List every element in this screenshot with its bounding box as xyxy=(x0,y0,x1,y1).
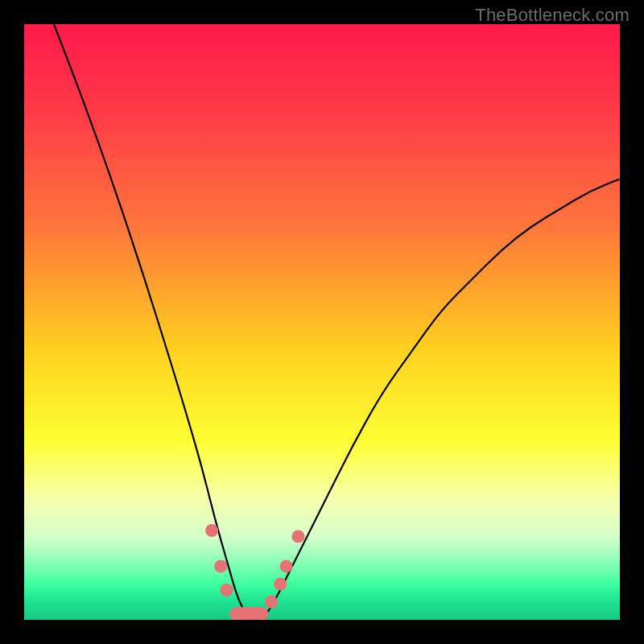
marker-dot xyxy=(280,559,293,572)
gradient-background xyxy=(24,24,620,620)
watermark-text: TheBottleneck.com xyxy=(475,5,630,26)
marker-pill xyxy=(229,607,268,620)
marker-dot xyxy=(274,578,287,591)
marker-dot xyxy=(214,559,227,572)
bottleneck-chart xyxy=(24,24,620,620)
marker-dot xyxy=(291,530,304,543)
marker-dot xyxy=(221,584,233,597)
plot-area xyxy=(24,24,620,620)
chart-frame: TheBottleneck.com xyxy=(0,0,644,644)
marker-dot xyxy=(205,524,218,537)
marker-dot xyxy=(265,596,278,609)
